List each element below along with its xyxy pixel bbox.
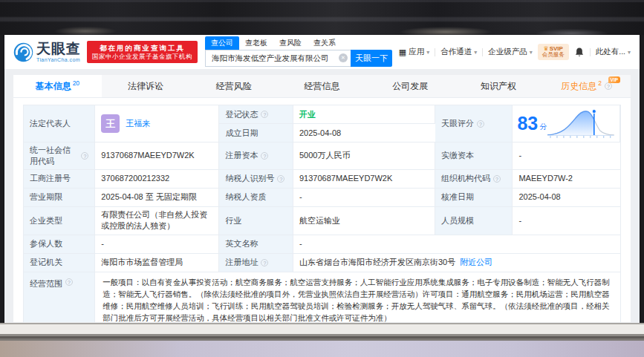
reg-status-value: 开业: [293, 105, 435, 124]
staff-size-value: -: [513, 207, 620, 235]
org-code-value: MAEEYD7W-2: [513, 170, 620, 189]
background-ceiling-photo: [0, 0, 644, 35]
registration-authority-value: 海阳市市场监督管理局: [95, 254, 219, 272]
established-date-label: 成立日期: [219, 124, 293, 143]
basic-info-table: 法定代表人 王 王福来 登记状态 开业 天眼评分 83 分: [23, 105, 621, 322]
business-reg-no-label: 工商注册号: [24, 170, 95, 189]
english-name-label: 英文名称: [219, 235, 293, 254]
tab-legal-litigation-label: 法律诉讼: [128, 80, 163, 93]
table-row: 法定代表人 王 王福来 登记状态 开业 天眼评分 83 分: [24, 105, 620, 143]
tab-basic-info-label: 基本信息: [36, 80, 71, 93]
table-row: 营业期限 2025-04-08 至 无固定期限 纳税人资质 - 核准日期 202…: [24, 189, 620, 207]
tab-operating-risk-label: 经营风险: [216, 80, 252, 93]
legal-rep-label: 法定代表人: [24, 105, 95, 143]
company-type-label: 企业类型: [24, 207, 95, 235]
search-tab-relation[interactable]: 查关系: [308, 36, 342, 50]
table-row: 企业类型 有限责任公司（非自然人投资或控股的法人独资） 行业 航空运输业 人员规…: [24, 207, 620, 235]
score-distribution-chart: [547, 108, 615, 140]
tianyancha-logo-icon: [13, 42, 33, 62]
tab-history-info-count: 2: [598, 79, 602, 87]
search-tab-risk[interactable]: 查风险: [273, 36, 308, 50]
tab-company-development[interactable]: 公司发展: [366, 75, 455, 97]
info-icon[interactable]: [261, 111, 268, 118]
page-content: 基本信息 20 法律诉讼 经营风险 经营信息 公司发展 知识产权: [4, 69, 640, 323]
table-row: 工商注册号 370687200212332 纳税人识别号 91370687MAE…: [24, 170, 620, 189]
insured-count-label: 参保人数: [24, 235, 95, 254]
score-label: 天眼评分: [435, 105, 513, 143]
info-icon[interactable]: [261, 259, 268, 266]
registered-capital-label: 注册资本: [219, 143, 293, 170]
svip-membership-badge[interactable]: SVIP 会员服务: [538, 44, 569, 60]
taxpayer-id-value: 91370687MAEEYD7W2K: [293, 170, 435, 189]
tab-basic-info-count: 20: [73, 79, 79, 87]
search-tabs: 查公司 查老板 查风险 查关系: [205, 37, 392, 50]
browser-page: 天眼查 TianYanCha.com 都在用的商业查询工具 国家中小企业发展子基…: [4, 35, 640, 323]
info-icon[interactable]: [277, 175, 284, 183]
logo-domain: TianYanCha.com: [36, 57, 81, 62]
search-button[interactable]: 天眼一下: [351, 50, 392, 67]
tab-intellectual-property[interactable]: 知识产权: [455, 75, 543, 97]
taxpayer-id-label: 纳税人识别号: [219, 170, 293, 189]
svip-line-2: 会员服务: [542, 52, 565, 59]
business-term-label: 营业期限: [24, 189, 95, 207]
info-icon[interactable]: [81, 152, 88, 160]
info-icon[interactable]: [261, 152, 268, 160]
header-nav: 应用 合作通道 企业级产品 SVIP 会员服务 此处有...: [399, 44, 631, 60]
table-row: 经营范围 一般项目：以自有资金从事投资活动；航空商务服务；航空运营支持服务；人工…: [24, 272, 620, 322]
table-row: 参保人数 - 英文名称 -: [24, 235, 620, 254]
tab-history-info[interactable]: 历史信息 2 VIP: [542, 75, 631, 97]
company-detail-card: 基本信息 20 法律诉讼 经营风险 经营信息 公司发展 知识产权: [13, 75, 631, 322]
tab-business-info[interactable]: 经营信息: [278, 75, 366, 97]
tab-business-info-label: 经营信息: [305, 80, 340, 93]
promo-line-1: 都在用的商业查询工具: [92, 44, 192, 53]
monitor-bezel: [0, 323, 644, 341]
search-input[interactable]: [205, 50, 351, 67]
registered-capital-value: 5000万人民币: [293, 143, 435, 170]
table-row: 统一社会信用代码 91370687MAEEYD7W2K 注册资本 5000万人民…: [24, 143, 620, 170]
reg-status-label: 登记状态: [219, 105, 293, 124]
vip-badge: VIP: [608, 76, 620, 83]
staff-size-label: 人员规模: [435, 207, 513, 235]
registered-address-value: 山东省烟台市海阳市经济开发区南京街30号 附近公司: [293, 254, 620, 272]
promo-line-2: 国家中小企业发展子基金旗下机构: [92, 53, 192, 61]
avatar[interactable]: 王: [101, 114, 120, 133]
legal-rep-name-link[interactable]: 王福来: [126, 118, 150, 129]
nav-enterprise-products[interactable]: 企业级产品: [488, 47, 533, 57]
nav-more-menu[interactable]: 此处有...: [596, 47, 631, 57]
tianyancha-logo[interactable]: 天眼查 TianYanCha.com: [13, 42, 81, 62]
tab-history-info-label: 历史信息: [561, 80, 596, 93]
info-icon[interactable]: [605, 82, 612, 90]
nav-cooperation[interactable]: 合作通道: [440, 47, 477, 57]
notification-bell-icon[interactable]: [574, 47, 585, 58]
established-date-value: 2025-04-08: [293, 124, 435, 143]
tab-company-development-label: 公司发展: [392, 80, 428, 93]
desk-surface: [0, 341, 644, 357]
search-tab-company[interactable]: 查公司: [205, 36, 239, 50]
nav-apps[interactable]: 应用: [399, 47, 429, 57]
credit-code-value: 91370687MAEEYD7W2K: [95, 143, 219, 170]
company-type-value: 有限责任公司（非自然人投资或控股的法人独资）: [95, 207, 219, 235]
score-unit: 分: [539, 122, 547, 132]
registered-address-label: 注册地址: [219, 254, 293, 272]
info-icon[interactable]: [65, 278, 73, 286]
business-term-value: 2025-04-08 至 无固定期限: [95, 189, 219, 207]
detail-tabs: 基本信息 20 法律诉讼 经营风险 经营信息 公司发展 知识产权: [13, 75, 631, 98]
tab-legal-litigation[interactable]: 法律诉讼: [102, 75, 190, 97]
nearby-companies-link[interactable]: 附近公司: [460, 257, 492, 268]
info-icon[interactable]: [477, 120, 484, 128]
business-reg-no-value: 370687200212332: [95, 170, 219, 189]
tab-intellectual-property-label: 知识产权: [481, 80, 516, 93]
info-icon[interactable]: [493, 175, 501, 183]
approval-date-label: 核准日期: [435, 189, 513, 207]
divider: [482, 48, 483, 56]
search-tab-boss[interactable]: 查老板: [239, 36, 273, 50]
insured-count-value: -: [95, 235, 219, 254]
tab-basic-info[interactable]: 基本信息 20: [13, 75, 102, 97]
site-header: 天眼查 TianYanCha.com 都在用的商业查询工具 国家中小企业发展子基…: [4, 35, 640, 69]
org-code-label: 组织机构代码: [435, 170, 513, 189]
score-value: 83 分: [513, 105, 620, 143]
divider: [435, 48, 435, 56]
english-name-value: -: [293, 235, 620, 254]
tab-operating-risk[interactable]: 经营风险: [189, 75, 278, 97]
paid-in-capital-label: 实缴资本: [435, 143, 513, 170]
